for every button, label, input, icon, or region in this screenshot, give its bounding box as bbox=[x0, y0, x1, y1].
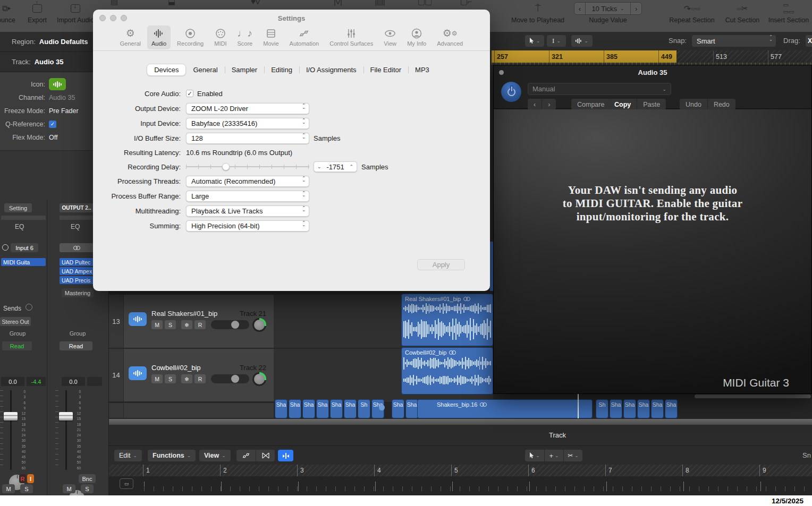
pan-knob[interactable] bbox=[252, 372, 266, 386]
audio-region-chip[interactable]: Shakers_bip.16 bbox=[417, 399, 593, 418]
summing-popup[interactable]: High Precision (64-bit) ⌃⌄ bbox=[186, 220, 309, 231]
horizontal-scrollbar[interactable] bbox=[695, 394, 811, 398]
output-channel-button[interactable]: OUTPUT 2.. bbox=[60, 203, 94, 212]
automation-tool-button[interactable] bbox=[236, 450, 256, 461]
volume-value[interactable]: 0.0 bbox=[1, 377, 24, 386]
mute-button[interactable]: M bbox=[151, 320, 163, 329]
playhead[interactable] bbox=[578, 392, 579, 419]
solo-button[interactable]: S bbox=[20, 484, 33, 493]
pan-value[interactable] bbox=[87, 377, 102, 386]
plugin-titlebar[interactable]: Audio 35 bbox=[494, 65, 811, 79]
audio-region-chip[interactable]: Sha bbox=[302, 399, 315, 418]
audio-region-chip[interactable]: Sha bbox=[623, 399, 636, 418]
track-header-partial[interactable] bbox=[109, 403, 274, 418]
mute-button[interactable]: M bbox=[2, 484, 15, 493]
insert-section-button[interactable]: ▭▭▭ Insert Section bbox=[763, 2, 812, 24]
volume-slider[interactable] bbox=[211, 374, 249, 383]
tab-editing[interactable]: Editing bbox=[264, 64, 299, 76]
input-monitor-ring-icon[interactable] bbox=[2, 244, 9, 251]
output-device-popup[interactable]: ZOOM L-20 Driver ⌃⌄ bbox=[186, 103, 309, 114]
crossfade-tool-button[interactable] bbox=[256, 450, 275, 461]
solo-button[interactable]: S bbox=[165, 320, 176, 329]
recording-delay-slider[interactable] bbox=[186, 163, 309, 170]
q-reference-checkbox[interactable]: ✓ bbox=[49, 121, 56, 128]
bounce-in-place-button[interactable]: Bnc bbox=[79, 474, 96, 483]
audio-region-chip[interactable]: Sha bbox=[610, 399, 622, 418]
audio-region-chip[interactable]: Sha bbox=[665, 399, 678, 418]
tab-sampler[interactable]: Sampler bbox=[225, 64, 264, 76]
copy-button[interactable]: Copy bbox=[608, 99, 637, 110]
nudge-value-popup[interactable]: 10 Ticks ⌄ bbox=[585, 3, 631, 14]
record-button[interactable]: R bbox=[194, 374, 206, 383]
audio-region[interactable]: Real Shakers#01_bip bbox=[401, 294, 493, 346]
audio-region-chip[interactable]: Sha bbox=[275, 399, 287, 418]
multithreading-popup[interactable]: Playback & Live Tracks ⌃⌄ bbox=[186, 205, 309, 217]
fader-thumb[interactable] bbox=[4, 412, 18, 421]
audio-region-chip[interactable]: Sha bbox=[651, 399, 664, 418]
track-name[interactable]: Cowbell#02_bip bbox=[151, 364, 201, 372]
snap-popup[interactable]: Smart ⌃⌄ bbox=[692, 35, 776, 47]
tab-io-assignments[interactable]: I/O Assignments bbox=[299, 64, 363, 76]
next-preset-button[interactable]: › bbox=[542, 99, 556, 110]
fader-track[interactable] bbox=[10, 390, 12, 470]
catch-playhead-button[interactable] bbox=[278, 450, 293, 461]
recording-delay-stepper[interactable]: ⌄ -1751 ⌃ bbox=[314, 161, 357, 172]
pencil-tool-button[interactable]: +⌄ bbox=[544, 450, 563, 461]
stereo-format-button[interactable] bbox=[60, 243, 94, 252]
send-knob[interactable] bbox=[26, 304, 32, 311]
paste-button[interactable]: Paste bbox=[637, 99, 666, 110]
solo-button[interactable]: S bbox=[81, 484, 94, 493]
repeat-section-button[interactable]: ↷▭▭ Repeat Section bbox=[662, 2, 722, 24]
import-audio-button[interactable]: Import Audio bbox=[53, 2, 98, 24]
tab-mp3[interactable]: MP3 bbox=[408, 64, 436, 76]
settings-tab-control-surfaces[interactable]: Control Surfaces bbox=[325, 25, 377, 49]
view-menu-button[interactable]: View⌄ bbox=[199, 450, 231, 461]
automation-mode-button[interactable]: Read bbox=[60, 341, 92, 350]
flex-tool-button[interactable]: ⌄ bbox=[571, 35, 593, 47]
plugin-slot[interactable]: UAD Pultec bbox=[60, 258, 94, 266]
functions-menu-button[interactable]: Functions⌄ bbox=[148, 450, 196, 461]
bar-display-button[interactable]: ▭ bbox=[120, 478, 133, 489]
scissors-tool-button[interactable]: ✂⌄ bbox=[563, 450, 582, 461]
group-slot[interactable]: Group bbox=[6, 329, 29, 338]
editor-bar-ruler[interactable]: 123456789 bbox=[109, 465, 812, 476]
slider-thumb[interactable] bbox=[222, 163, 230, 170]
settings-tab-movie[interactable]: Movie bbox=[259, 25, 283, 49]
record-enable-button[interactable]: R bbox=[19, 474, 26, 483]
mute-button[interactable]: M bbox=[63, 484, 75, 493]
settings-tab-my-info[interactable]: My Info bbox=[403, 25, 430, 49]
cut-section-button[interactable]: ▭✂ Cut Section bbox=[718, 2, 766, 24]
compare-button[interactable]: Compare bbox=[571, 99, 610, 110]
drag-mode-popup[interactable]: X bbox=[806, 35, 812, 47]
nudge-right-button[interactable]: › bbox=[631, 3, 641, 14]
group-slot[interactable]: Group bbox=[66, 329, 89, 338]
export-button[interactable]: Export bbox=[21, 2, 53, 24]
plugin-power-button[interactable] bbox=[501, 82, 521, 102]
tab-file-editor[interactable]: File Editor bbox=[363, 64, 409, 76]
volume-slider[interactable] bbox=[211, 320, 249, 329]
freeze-mode-value[interactable]: Pre Fader bbox=[49, 107, 79, 115]
undo-button[interactable]: Undo bbox=[680, 99, 707, 110]
region-inspector-header[interactable]: Region: Audio Defaults bbox=[0, 32, 108, 52]
eq-display[interactable]: EQ bbox=[15, 223, 24, 230]
track-inspector-header[interactable]: Track: Audio 35 bbox=[0, 52, 108, 72]
settings-tab-recording[interactable]: Recording bbox=[173, 25, 208, 49]
pan-value[interactable]: -4.4 bbox=[27, 377, 46, 386]
tiny-region-dot[interactable] bbox=[379, 405, 385, 410]
record-button[interactable]: R bbox=[194, 320, 206, 329]
channel-setting-button[interactable]: Setting bbox=[4, 203, 32, 212]
settings-tab-automation[interactable]: Automation bbox=[285, 25, 324, 49]
fader-track[interactable] bbox=[65, 390, 67, 470]
settings-tab-audio[interactable]: Audio bbox=[147, 25, 171, 49]
pan-knob[interactable] bbox=[252, 318, 266, 332]
io-buffer-size-popup[interactable]: 128 ⌃⌄ bbox=[186, 133, 309, 144]
pane-divider[interactable] bbox=[109, 418, 812, 425]
automation-mode-button[interactable]: Read bbox=[2, 341, 32, 350]
audio-region-chip[interactable]: Sha bbox=[316, 399, 329, 418]
process-buffer-range-popup[interactable]: Large ⌃⌄ bbox=[186, 191, 309, 202]
nudge-left-button[interactable]: ‹ bbox=[574, 3, 585, 14]
track-name[interactable]: Real Shakers#01_bip bbox=[151, 310, 217, 318]
volume-value[interactable]: 0.0 bbox=[62, 377, 85, 386]
audio-region-chip[interactable]: Sha bbox=[330, 399, 343, 418]
input-monitor-button[interactable]: I bbox=[27, 474, 34, 483]
